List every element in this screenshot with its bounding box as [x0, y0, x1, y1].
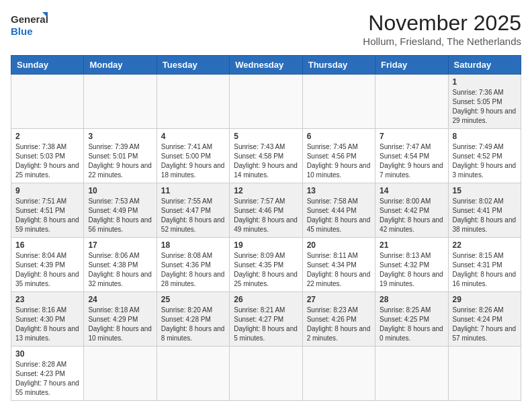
calendar-cell: 18Sunrise: 8:08 AM Sunset: 4:36 PM Dayli…	[157, 238, 229, 292]
day-info: Sunrise: 8:23 AM Sunset: 4:26 PM Dayligh…	[307, 306, 371, 343]
calendar-cell: 10Sunrise: 7:53 AM Sunset: 4:49 PM Dayli…	[84, 183, 157, 238]
day-number: 6	[307, 132, 371, 141]
calendar-week-row: 30Sunrise: 8:28 AM Sunset: 4:23 PM Dayli…	[11, 347, 521, 401]
calendar-cell: 15Sunrise: 8:02 AM Sunset: 4:41 PM Dayli…	[448, 183, 521, 238]
day-info: Sunrise: 8:18 AM Sunset: 4:29 PM Dayligh…	[88, 306, 152, 343]
day-info: Sunrise: 8:21 AM Sunset: 4:27 PM Dayligh…	[234, 306, 298, 343]
calendar-cell	[230, 75, 302, 129]
calendar-cell	[11, 75, 84, 129]
calendar-cell: 1Sunrise: 7:36 AM Sunset: 5:05 PM Daylig…	[448, 75, 521, 129]
day-info: Sunrise: 8:28 AM Sunset: 4:23 PM Dayligh…	[15, 360, 79, 398]
calendar-cell: 7Sunrise: 7:47 AM Sunset: 4:54 PM Daylig…	[375, 129, 448, 183]
calendar-week-row: 1Sunrise: 7:36 AM Sunset: 5:05 PM Daylig…	[11, 75, 521, 129]
day-info: Sunrise: 7:55 AM Sunset: 4:47 PM Dayligh…	[161, 197, 225, 234]
weekday-header-tuesday: Tuesday	[157, 56, 229, 75]
day-number: 19	[234, 240, 298, 250]
calendar-cell: 24Sunrise: 8:18 AM Sunset: 4:29 PM Dayli…	[84, 292, 157, 347]
day-info: Sunrise: 8:08 AM Sunset: 4:36 PM Dayligh…	[161, 251, 225, 289]
calendar-cell: 13Sunrise: 7:58 AM Sunset: 4:44 PM Dayli…	[302, 183, 375, 238]
weekday-header-thursday: Thursday	[302, 56, 375, 75]
weekday-header-wednesday: Wednesday	[230, 56, 302, 75]
day-info: Sunrise: 7:57 AM Sunset: 4:46 PM Dayligh…	[234, 197, 298, 234]
day-number: 26	[234, 295, 298, 304]
day-info: Sunrise: 7:41 AM Sunset: 5:00 PM Dayligh…	[161, 142, 225, 180]
day-info: Sunrise: 8:04 AM Sunset: 4:39 PM Dayligh…	[15, 251, 79, 289]
day-info: Sunrise: 8:25 AM Sunset: 4:25 PM Dayligh…	[380, 306, 443, 343]
day-info: Sunrise: 8:09 AM Sunset: 4:35 PM Dayligh…	[234, 251, 298, 289]
day-info: Sunrise: 7:51 AM Sunset: 4:51 PM Dayligh…	[15, 197, 79, 234]
day-number: 30	[15, 349, 79, 359]
day-number: 18	[161, 240, 225, 250]
calendar-cell: 12Sunrise: 7:57 AM Sunset: 4:46 PM Dayli…	[230, 183, 302, 238]
calendar-cell: 3Sunrise: 7:39 AM Sunset: 5:01 PM Daylig…	[84, 129, 157, 183]
calendar-cell: 14Sunrise: 8:00 AM Sunset: 4:42 PM Dayli…	[375, 183, 448, 238]
weekday-header-sunday: Sunday	[11, 56, 84, 75]
day-number: 1	[453, 77, 517, 87]
day-info: Sunrise: 7:45 AM Sunset: 4:56 PM Dayligh…	[307, 142, 371, 180]
calendar-cell: 21Sunrise: 8:13 AM Sunset: 4:32 PM Dayli…	[375, 238, 448, 292]
day-info: Sunrise: 7:39 AM Sunset: 5:01 PM Dayligh…	[88, 142, 152, 180]
calendar-cell	[302, 347, 375, 401]
day-number: 20	[307, 240, 371, 250]
day-info: Sunrise: 7:43 AM Sunset: 4:58 PM Dayligh…	[234, 142, 298, 180]
calendar-cell: 26Sunrise: 8:21 AM Sunset: 4:27 PM Dayli…	[230, 292, 302, 347]
svg-text:Blue: Blue	[11, 26, 33, 37]
calendar-subtitle: Hollum, Friesland, The Netherlands	[363, 36, 521, 47]
day-info: Sunrise: 8:00 AM Sunset: 4:42 PM Dayligh…	[380, 197, 443, 234]
day-number: 3	[88, 132, 152, 141]
calendar-cell: 2Sunrise: 7:38 AM Sunset: 5:03 PM Daylig…	[11, 129, 84, 183]
calendar-cell: 22Sunrise: 8:15 AM Sunset: 4:31 PM Dayli…	[448, 238, 521, 292]
title-area: November 2025 Hollum, Friesland, The Net…	[363, 11, 521, 47]
calendar-cell	[375, 347, 448, 401]
calendar-cell: 19Sunrise: 8:09 AM Sunset: 4:35 PM Dayli…	[230, 238, 302, 292]
calendar-cell	[157, 347, 229, 401]
day-number: 11	[161, 186, 225, 195]
calendar-cell	[230, 347, 302, 401]
header: General Blue November 2025 Hollum, Fries…	[11, 11, 521, 47]
calendar-week-row: 9Sunrise: 7:51 AM Sunset: 4:51 PM Daylig…	[11, 183, 521, 238]
day-number: 5	[234, 132, 298, 141]
calendar-cell: 25Sunrise: 8:20 AM Sunset: 4:28 PM Dayli…	[157, 292, 229, 347]
day-number: 16	[15, 240, 79, 250]
calendar-week-row: 2Sunrise: 7:38 AM Sunset: 5:03 PM Daylig…	[11, 129, 521, 183]
day-number: 4	[161, 132, 225, 141]
calendar-cell: 9Sunrise: 7:51 AM Sunset: 4:51 PM Daylig…	[11, 183, 84, 238]
day-info: Sunrise: 8:15 AM Sunset: 4:31 PM Dayligh…	[453, 251, 517, 289]
calendar-title: November 2025	[363, 11, 521, 36]
day-info: Sunrise: 7:36 AM Sunset: 5:05 PM Dayligh…	[453, 88, 517, 126]
day-number: 15	[453, 186, 517, 195]
calendar-table: SundayMondayTuesdayWednesdayThursdayFrid…	[11, 55, 521, 401]
day-number: 25	[161, 295, 225, 304]
day-info: Sunrise: 8:16 AM Sunset: 4:30 PM Dayligh…	[15, 306, 79, 343]
day-info: Sunrise: 8:06 AM Sunset: 4:38 PM Dayligh…	[88, 251, 152, 289]
day-number: 23	[15, 295, 79, 304]
calendar-cell: 4Sunrise: 7:41 AM Sunset: 5:00 PM Daylig…	[157, 129, 229, 183]
day-number: 7	[380, 132, 443, 141]
calendar-cell: 6Sunrise: 7:45 AM Sunset: 4:56 PM Daylig…	[302, 129, 375, 183]
day-info: Sunrise: 8:02 AM Sunset: 4:41 PM Dayligh…	[453, 197, 517, 234]
calendar-cell: 29Sunrise: 8:26 AM Sunset: 4:24 PM Dayli…	[448, 292, 521, 347]
calendar-week-row: 16Sunrise: 8:04 AM Sunset: 4:39 PM Dayli…	[11, 238, 521, 292]
day-number: 8	[453, 132, 517, 141]
day-number: 13	[307, 186, 371, 195]
day-number: 22	[453, 240, 517, 250]
day-number: 24	[88, 295, 152, 304]
calendar-cell: 16Sunrise: 8:04 AM Sunset: 4:39 PM Dayli…	[11, 238, 84, 292]
calendar-cell: 27Sunrise: 8:23 AM Sunset: 4:26 PM Dayli…	[302, 292, 375, 347]
day-info: Sunrise: 7:49 AM Sunset: 4:52 PM Dayligh…	[453, 142, 517, 180]
day-number: 17	[88, 240, 152, 250]
day-number: 29	[453, 295, 517, 304]
calendar-week-row: 23Sunrise: 8:16 AM Sunset: 4:30 PM Dayli…	[11, 292, 521, 347]
day-info: Sunrise: 7:47 AM Sunset: 4:54 PM Dayligh…	[380, 142, 443, 180]
day-number: 10	[88, 186, 152, 195]
calendar-cell: 5Sunrise: 7:43 AM Sunset: 4:58 PM Daylig…	[230, 129, 302, 183]
calendar-cell: 28Sunrise: 8:25 AM Sunset: 4:25 PM Dayli…	[375, 292, 448, 347]
calendar-cell: 23Sunrise: 8:16 AM Sunset: 4:30 PM Dayli…	[11, 292, 84, 347]
weekday-header-row: SundayMondayTuesdayWednesdayThursdayFrid…	[11, 56, 521, 75]
day-info: Sunrise: 8:20 AM Sunset: 4:28 PM Dayligh…	[161, 306, 225, 343]
day-number: 12	[234, 186, 298, 195]
logo: General Blue	[11, 11, 48, 39]
weekday-header-friday: Friday	[375, 56, 448, 75]
day-number: 2	[15, 132, 79, 141]
weekday-header-saturday: Saturday	[448, 56, 521, 75]
